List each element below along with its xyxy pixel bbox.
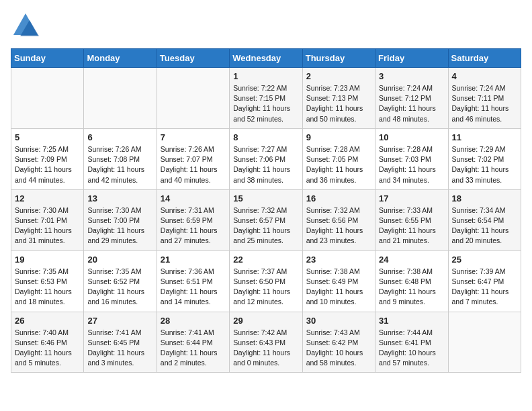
weekday-header-row: SundayMondayTuesdayWednesdayThursdayFrid… <box>11 49 521 68</box>
day-info: Sunrise: 7:42 AM Sunset: 6:43 PM Dayligh… <box>233 328 298 369</box>
day-number: 17 <box>379 193 444 203</box>
day-number: 14 <box>161 193 226 203</box>
calendar-cell: 7Sunrise: 7:26 AM Sunset: 7:07 PM Daylig… <box>157 128 229 189</box>
weekday-header-monday: Monday <box>84 49 157 68</box>
day-number: 4 <box>452 71 517 81</box>
day-number: 30 <box>306 316 371 326</box>
day-info: Sunrise: 7:26 AM Sunset: 7:07 PM Dayligh… <box>161 144 226 185</box>
calendar-cell <box>84 68 157 129</box>
day-number: 12 <box>15 193 80 203</box>
calendar-week-2: 5Sunrise: 7:25 AM Sunset: 7:09 PM Daylig… <box>11 128 521 189</box>
day-number: 24 <box>379 255 444 265</box>
day-info: Sunrise: 7:36 AM Sunset: 6:51 PM Dayligh… <box>161 267 226 308</box>
calendar-cell <box>448 312 521 373</box>
calendar-cell: 6Sunrise: 7:26 AM Sunset: 7:08 PM Daylig… <box>84 128 157 189</box>
calendar-week-1: 1Sunrise: 7:22 AM Sunset: 7:15 PM Daylig… <box>11 68 521 129</box>
day-info: Sunrise: 7:27 AM Sunset: 7:06 PM Dayligh… <box>233 144 298 185</box>
day-number: 29 <box>233 316 298 326</box>
day-info: Sunrise: 7:24 AM Sunset: 7:11 PM Dayligh… <box>452 83 517 124</box>
day-info: Sunrise: 7:38 AM Sunset: 6:48 PM Dayligh… <box>379 267 444 308</box>
weekday-header-sunday: Sunday <box>11 49 84 68</box>
calendar-table: SundayMondayTuesdayWednesdayThursdayFrid… <box>11 48 521 373</box>
calendar-cell: 12Sunrise: 7:30 AM Sunset: 7:01 PM Dayli… <box>11 189 84 250</box>
day-number: 20 <box>87 255 152 265</box>
day-number: 21 <box>161 255 226 265</box>
day-info: Sunrise: 7:35 AM Sunset: 6:52 PM Dayligh… <box>87 267 152 308</box>
day-info: Sunrise: 7:35 AM Sunset: 6:53 PM Dayligh… <box>15 267 80 308</box>
day-number: 6 <box>87 132 152 142</box>
day-number: 31 <box>379 316 444 326</box>
day-info: Sunrise: 7:34 AM Sunset: 6:54 PM Dayligh… <box>452 205 517 246</box>
day-number: 9 <box>306 132 371 142</box>
day-info: Sunrise: 7:31 AM Sunset: 6:59 PM Dayligh… <box>161 205 226 246</box>
calendar-week-3: 12Sunrise: 7:30 AM Sunset: 7:01 PM Dayli… <box>11 189 521 250</box>
day-info: Sunrise: 7:40 AM Sunset: 6:46 PM Dayligh… <box>15 328 80 369</box>
day-info: Sunrise: 7:38 AM Sunset: 6:49 PM Dayligh… <box>306 267 371 308</box>
calendar-cell: 11Sunrise: 7:29 AM Sunset: 7:02 PM Dayli… <box>448 128 521 189</box>
calendar-cell: 29Sunrise: 7:42 AM Sunset: 6:43 PM Dayli… <box>230 312 302 373</box>
day-info: Sunrise: 7:44 AM Sunset: 6:41 PM Dayligh… <box>379 328 444 369</box>
day-info: Sunrise: 7:30 AM Sunset: 7:00 PM Dayligh… <box>87 205 152 246</box>
day-info: Sunrise: 7:28 AM Sunset: 7:03 PM Dayligh… <box>379 144 444 185</box>
calendar-week-5: 26Sunrise: 7:40 AM Sunset: 6:46 PM Dayli… <box>11 312 521 373</box>
calendar-cell: 25Sunrise: 7:39 AM Sunset: 6:47 PM Dayli… <box>448 250 521 312</box>
calendar-cell: 14Sunrise: 7:31 AM Sunset: 6:59 PM Dayli… <box>157 189 229 250</box>
day-info: Sunrise: 7:26 AM Sunset: 7:08 PM Dayligh… <box>87 144 152 185</box>
day-info: Sunrise: 7:30 AM Sunset: 7:01 PM Dayligh… <box>15 205 80 246</box>
day-number: 16 <box>306 193 371 203</box>
day-info: Sunrise: 7:23 AM Sunset: 7:13 PM Dayligh… <box>306 83 371 124</box>
calendar-cell: 10Sunrise: 7:28 AM Sunset: 7:03 PM Dayli… <box>375 128 448 189</box>
day-info: Sunrise: 7:41 AM Sunset: 6:45 PM Dayligh… <box>87 328 152 369</box>
day-number: 15 <box>233 193 298 203</box>
calendar-cell: 4Sunrise: 7:24 AM Sunset: 7:11 PM Daylig… <box>448 68 521 129</box>
day-info: Sunrise: 7:33 AM Sunset: 6:55 PM Dayligh… <box>379 205 444 246</box>
calendar-cell: 8Sunrise: 7:27 AM Sunset: 7:06 PM Daylig… <box>230 128 302 189</box>
page-header <box>11 11 521 40</box>
day-number: 27 <box>87 316 152 326</box>
calendar-week-4: 19Sunrise: 7:35 AM Sunset: 6:53 PM Dayli… <box>11 250 521 312</box>
day-info: Sunrise: 7:22 AM Sunset: 7:15 PM Dayligh… <box>233 83 298 124</box>
calendar-cell: 15Sunrise: 7:32 AM Sunset: 6:57 PM Dayli… <box>230 189 302 250</box>
day-info: Sunrise: 7:25 AM Sunset: 7:09 PM Dayligh… <box>15 144 80 185</box>
weekday-header-saturday: Saturday <box>448 49 521 68</box>
calendar-cell: 17Sunrise: 7:33 AM Sunset: 6:55 PM Dayli… <box>375 189 448 250</box>
day-number: 13 <box>87 193 152 203</box>
calendar-cell <box>157 68 229 129</box>
calendar-cell: 20Sunrise: 7:35 AM Sunset: 6:52 PM Dayli… <box>84 250 157 312</box>
calendar-cell: 3Sunrise: 7:24 AM Sunset: 7:12 PM Daylig… <box>375 68 448 129</box>
day-number: 26 <box>15 316 80 326</box>
day-number: 18 <box>452 193 517 203</box>
weekday-header-wednesday: Wednesday <box>230 49 302 68</box>
calendar-cell: 5Sunrise: 7:25 AM Sunset: 7:09 PM Daylig… <box>11 128 84 189</box>
day-info: Sunrise: 7:24 AM Sunset: 7:12 PM Dayligh… <box>379 83 444 124</box>
day-number: 22 <box>233 255 298 265</box>
day-info: Sunrise: 7:41 AM Sunset: 6:44 PM Dayligh… <box>161 328 226 369</box>
logo-icon <box>11 11 40 40</box>
day-number: 10 <box>379 132 444 142</box>
calendar-cell <box>11 68 84 129</box>
calendar-cell: 26Sunrise: 7:40 AM Sunset: 6:46 PM Dayli… <box>11 312 84 373</box>
day-number: 7 <box>161 132 226 142</box>
day-number: 8 <box>233 132 298 142</box>
calendar-cell: 21Sunrise: 7:36 AM Sunset: 6:51 PM Dayli… <box>157 250 229 312</box>
day-number: 25 <box>452 255 517 265</box>
calendar-cell: 22Sunrise: 7:37 AM Sunset: 6:50 PM Dayli… <box>230 250 302 312</box>
day-number: 5 <box>15 132 80 142</box>
day-info: Sunrise: 7:32 AM Sunset: 6:56 PM Dayligh… <box>306 205 371 246</box>
calendar-cell: 30Sunrise: 7:43 AM Sunset: 6:42 PM Dayli… <box>302 312 375 373</box>
day-info: Sunrise: 7:32 AM Sunset: 6:57 PM Dayligh… <box>233 205 298 246</box>
calendar-cell: 9Sunrise: 7:28 AM Sunset: 7:05 PM Daylig… <box>302 128 375 189</box>
weekday-header-thursday: Thursday <box>302 49 375 68</box>
calendar-cell: 19Sunrise: 7:35 AM Sunset: 6:53 PM Dayli… <box>11 250 84 312</box>
calendar-cell: 16Sunrise: 7:32 AM Sunset: 6:56 PM Dayli… <box>302 189 375 250</box>
logo <box>11 11 43 40</box>
day-number: 19 <box>15 255 80 265</box>
calendar-cell: 1Sunrise: 7:22 AM Sunset: 7:15 PM Daylig… <box>230 68 302 129</box>
calendar-cell: 27Sunrise: 7:41 AM Sunset: 6:45 PM Dayli… <box>84 312 157 373</box>
day-number: 23 <box>306 255 371 265</box>
day-info: Sunrise: 7:39 AM Sunset: 6:47 PM Dayligh… <box>452 267 517 308</box>
calendar-cell: 2Sunrise: 7:23 AM Sunset: 7:13 PM Daylig… <box>302 68 375 129</box>
day-number: 28 <box>161 316 226 326</box>
day-info: Sunrise: 7:37 AM Sunset: 6:50 PM Dayligh… <box>233 267 298 308</box>
day-info: Sunrise: 7:29 AM Sunset: 7:02 PM Dayligh… <box>452 144 517 185</box>
